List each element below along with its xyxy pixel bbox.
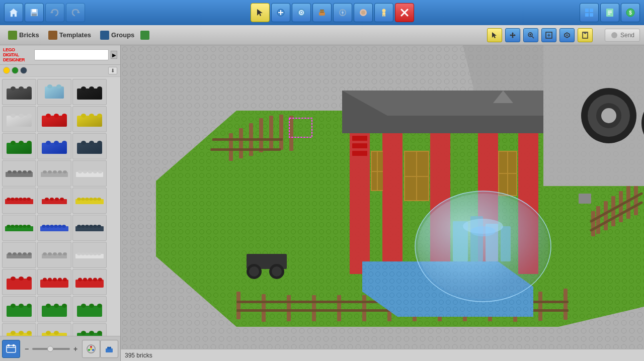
svg-point-178 — [93, 278, 97, 282]
brick-item[interactable] — [2, 242, 36, 268]
svg-rect-56 — [45, 86, 64, 99]
brick-item[interactable] — [37, 269, 71, 295]
sort-button[interactable]: ⬇ — [108, 67, 117, 74]
left-panel: LEGODIGITAL DESIGNER ▶ ⬇ — [0, 45, 121, 361]
view-mode-button[interactable] — [580, 3, 599, 22]
view-fit-button[interactable] — [541, 28, 556, 42]
minifig-tool-button[interactable] — [374, 3, 393, 22]
view-camera-button[interactable] — [578, 28, 593, 42]
svg-rect-24 — [382, 15, 384, 17]
bricks-grid[interactable] — [0, 77, 120, 336]
brick-item[interactable] — [2, 188, 36, 214]
zoom-slider-container: − + — [20, 345, 82, 353]
brick-item[interactable] — [2, 79, 36, 105]
build-mode-button[interactable] — [100, 340, 118, 358]
svg-point-82 — [62, 141, 67, 145]
svg-rect-234 — [210, 148, 281, 151]
hinge-tool-button[interactable] — [333, 3, 352, 22]
brick-item[interactable] — [72, 160, 107, 187]
svg-point-60 — [81, 86, 86, 91]
bricks-row-7 — [2, 242, 118, 268]
lego-scene-svg — [121, 45, 644, 349]
view-top-button[interactable] — [559, 28, 575, 42]
brick-item[interactable] — [72, 106, 107, 132]
brick-item[interactable] — [72, 133, 107, 159]
color-palette-button[interactable] — [82, 340, 100, 358]
svg-point-190 — [89, 304, 94, 308]
redo-button[interactable] — [66, 3, 85, 22]
svg-point-122 — [93, 198, 97, 201]
browse-mode-button[interactable] — [2, 340, 20, 358]
svg-point-154 — [53, 252, 57, 255]
brick-item[interactable] — [72, 296, 107, 322]
clone-tool-button[interactable] — [292, 3, 311, 22]
brick-item[interactable] — [72, 188, 107, 214]
brick-item[interactable] — [2, 160, 36, 187]
brick-item[interactable] — [37, 79, 71, 105]
zoom-minus-button[interactable]: − — [23, 345, 30, 353]
brick-item[interactable] — [2, 133, 36, 159]
view-select-button[interactable] — [487, 28, 502, 42]
tab-templates[interactable]: Templates — [44, 29, 95, 42]
send-button[interactable]: Send — [605, 29, 640, 42]
brick-item[interactable] — [37, 323, 71, 336]
brick-item[interactable] — [37, 296, 71, 322]
build-guide-button[interactable] — [600, 3, 619, 22]
add-brick-tool-button[interactable] — [271, 3, 290, 22]
color-filter-yellow[interactable] — [3, 67, 10, 74]
brick-item[interactable] — [72, 242, 107, 268]
brick-item[interactable] — [72, 269, 107, 295]
brick-item[interactable] — [37, 160, 71, 187]
undo-button[interactable] — [45, 3, 64, 22]
svg-point-208 — [90, 346, 92, 348]
brick-item[interactable] — [2, 215, 36, 241]
brick-item[interactable] — [37, 215, 71, 241]
home-button[interactable] — [4, 3, 23, 22]
svg-point-160 — [85, 252, 89, 255]
view-zoom-in-button[interactable] — [523, 28, 538, 42]
flex-tool-button[interactable] — [354, 3, 373, 22]
viewport[interactable]: 395 bricks — [121, 45, 644, 361]
delete-tool-button[interactable] — [395, 3, 414, 22]
save-button[interactable] — [25, 3, 44, 22]
svg-point-92 — [28, 170, 32, 173]
brick-item[interactable] — [37, 242, 71, 268]
tool-buttons — [251, 3, 414, 22]
search-input[interactable] — [34, 49, 109, 60]
zoom-slider-thumb[interactable] — [47, 346, 53, 352]
brick-item[interactable] — [2, 106, 36, 132]
svg-point-135 — [54, 225, 58, 228]
brick-item[interactable] — [2, 296, 36, 322]
brick-item[interactable] — [72, 323, 107, 336]
brick-item[interactable] — [2, 323, 36, 336]
bricks-row-8 — [2, 269, 118, 295]
zoom-plus-button[interactable]: + — [72, 345, 79, 353]
svg-point-68 — [46, 114, 51, 118]
tab-groups[interactable]: Groups — [96, 29, 138, 42]
tab-bricks[interactable]: Bricks — [4, 29, 43, 42]
brick-item[interactable] — [37, 133, 71, 159]
svg-point-186 — [54, 304, 59, 308]
view-pan-button[interactable] — [505, 28, 520, 42]
color-filter-green[interactable] — [12, 67, 19, 74]
select-tool-button[interactable] — [251, 3, 270, 22]
brick-item[interactable] — [37, 188, 71, 214]
svg-point-103 — [93, 170, 97, 173]
zoom-slider[interactable] — [32, 348, 70, 350]
svg-rect-279 — [405, 152, 416, 176]
paint-tool-button[interactable] — [312, 3, 332, 22]
svg-point-183 — [27, 304, 32, 308]
svg-rect-230 — [269, 116, 273, 150]
svg-point-69 — [54, 114, 59, 118]
svg-point-198 — [54, 331, 59, 335]
svg-marker-48 — [566, 34, 569, 36]
svg-point-177 — [88, 278, 92, 282]
panel-collapse-button[interactable]: ▶ — [111, 51, 117, 59]
brick-item[interactable] — [37, 106, 71, 132]
order-button[interactable]: $ — [621, 3, 640, 22]
color-filter-dark[interactable] — [20, 67, 27, 74]
brick-item[interactable] — [72, 79, 107, 105]
svg-point-152 — [43, 252, 47, 255]
brick-item[interactable] — [72, 215, 107, 241]
brick-item[interactable] — [2, 269, 36, 295]
